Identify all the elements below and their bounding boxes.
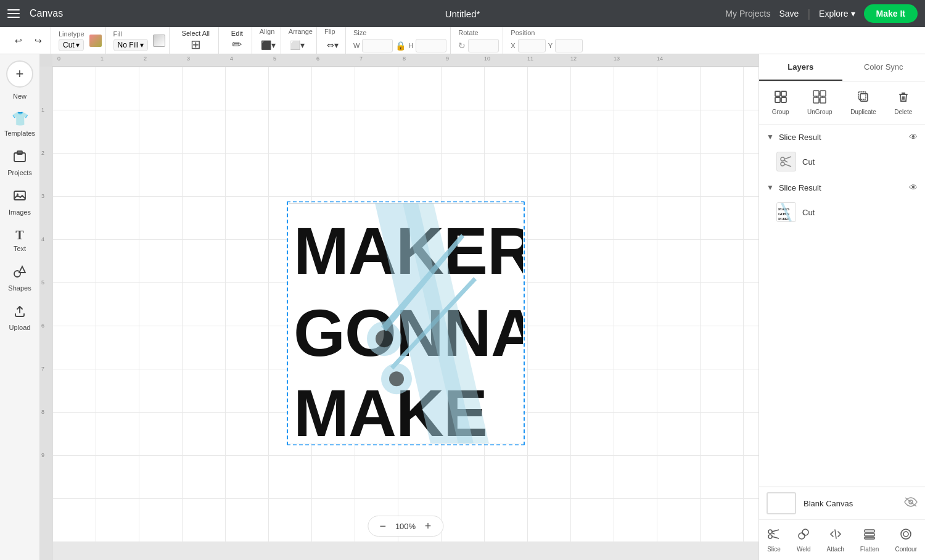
layer-item-1-name: Cut <box>802 157 815 167</box>
svg-rect-26 <box>813 97 819 103</box>
v-tick-7: 7 <box>41 366 44 372</box>
nav-right: My Projects Save | Explore ▾ Make It <box>725 4 918 23</box>
attach-tool[interactable]: Attach <box>822 525 849 555</box>
fill-dropdown[interactable]: No Fill ▾ <box>113 39 148 51</box>
canvas-grid[interactable]: MAKERS MAKERS GONNA MAKE MAKERS <box>52 67 758 541</box>
hamburger-menu[interactable] <box>7 9 20 18</box>
text-label: Text <box>14 245 26 252</box>
fill-color-swatch[interactable] <box>153 35 165 47</box>
x-input[interactable] <box>518 39 546 52</box>
svg-line-48 <box>772 530 779 532</box>
design-canvas[interactable]: MAKERS MAKERS GONNA MAKE MAKERS <box>289 203 523 443</box>
v-tick-2: 2 <box>41 150 44 156</box>
contour-icon <box>899 527 913 544</box>
h-tick-10: 10 <box>484 56 490 62</box>
attach-icon <box>829 527 842 544</box>
rotate-input[interactable] <box>468 39 499 52</box>
h-tick-6: 6 <box>316 56 319 62</box>
svg-rect-55 <box>865 533 874 536</box>
doc-title[interactable]: Untitled* <box>445 9 480 19</box>
svg-point-51 <box>799 533 805 539</box>
tab-layers[interactable]: Layers <box>759 54 842 81</box>
sidebar-item-upload[interactable]: Upload <box>1 299 38 336</box>
sidebar-item-templates[interactable]: 👕 Templates <box>1 106 38 142</box>
h-tick-8: 8 <box>403 56 406 62</box>
save-button[interactable]: Save <box>779 9 799 19</box>
fill-label: Fill <box>113 30 122 38</box>
weld-tool[interactable]: Weld <box>792 525 816 555</box>
upload-label: Upload <box>9 324 31 331</box>
duplicate-button[interactable]: Duplicate <box>844 86 882 119</box>
zoom-out-button[interactable]: − <box>376 519 390 533</box>
layer-item-2[interactable]: MAKS GONN MAKE Cut <box>759 197 925 227</box>
v-tick-3: 3 <box>41 193 44 199</box>
redo-button[interactable]: ↪ <box>30 32 47 49</box>
h-tick-9: 9 <box>446 56 449 62</box>
height-input[interactable] <box>416 39 446 52</box>
layer-item-2-name: Cut <box>802 208 815 217</box>
h-tick-14: 14 <box>657 56 663 62</box>
shapes-label: Shapes <box>8 284 31 292</box>
svg-point-52 <box>802 529 808 535</box>
canvas-inner: MAKERS MAKERS GONNA MAKE MAKERS <box>52 67 758 541</box>
edit-button[interactable]: Edit ✏ <box>226 30 248 52</box>
make-it-button[interactable]: Make It <box>864 4 918 23</box>
layer-item-1[interactable]: Cut <box>759 147 925 176</box>
right-panel: Layers Color Sync Group UnGroup <box>758 54 925 560</box>
flatten-tool[interactable]: Flatten <box>855 525 884 555</box>
lock-icon[interactable]: 🔒 <box>395 41 406 51</box>
vertical-ruler: 1 2 3 4 5 6 7 8 9 <box>40 67 52 560</box>
tab-color-sync[interactable]: Color Sync <box>842 54 926 81</box>
svg-point-19 <box>389 371 404 386</box>
images-icon <box>13 189 27 206</box>
h-tick-12: 12 <box>570 56 577 62</box>
contour-tool[interactable]: Contour <box>890 525 922 555</box>
panel-toolbar: Group UnGroup Duplicate Delete <box>759 81 925 125</box>
svg-rect-32 <box>860 94 868 101</box>
svg-line-38 <box>784 160 787 162</box>
hide-canvas-icon[interactable] <box>904 496 918 511</box>
svg-point-46 <box>768 530 772 533</box>
layer-group-1-header[interactable]: ▼ Slice Result 👁 <box>759 127 925 147</box>
flip-dropdown[interactable]: ⇔▾ <box>324 36 342 54</box>
select-all-button[interactable]: Select All ⊞ <box>177 30 215 52</box>
canvas-wrapper[interactable]: 0 1 2 3 4 5 6 7 8 9 10 11 12 13 14 1 2 3… <box>40 54 758 560</box>
slice-icon <box>767 527 781 544</box>
bottom-panel: Blank Canvas <box>759 487 925 560</box>
sidebar-item-images[interactable]: Images <box>1 184 38 221</box>
svg-point-35 <box>781 162 784 166</box>
sidebar-item-shapes[interactable]: Shapes <box>1 260 38 297</box>
width-input[interactable] <box>362 39 393 52</box>
y-label: Y <box>548 42 553 49</box>
linetype-color-swatch[interactable] <box>89 35 102 47</box>
layer-visibility-1[interactable]: 👁 <box>909 132 918 142</box>
contour-label: Contour <box>895 546 917 553</box>
app-title: Canvas <box>30 8 63 19</box>
h-tick-5: 5 <box>273 56 276 62</box>
undo-button[interactable]: ↩ <box>10 32 27 49</box>
slice-tool[interactable]: Slice <box>762 525 786 555</box>
y-input[interactable] <box>555 39 583 52</box>
linetype-label: Linetype <box>59 30 84 38</box>
layer-group-2-header[interactable]: ▼ Slice Result 👁 <box>759 178 925 197</box>
align-group: Align ⬛▾ <box>256 27 281 54</box>
layer-1-thumb <box>776 152 796 171</box>
rotate-label: Rotate <box>458 29 499 36</box>
h-tick-13: 13 <box>614 56 620 62</box>
templates-icon: 👕 <box>12 111 28 127</box>
group-button[interactable]: Group <box>766 86 796 119</box>
align-dropdown[interactable]: ⬛▾ <box>260 36 277 54</box>
ungroup-button[interactable]: UnGroup <box>801 86 839 119</box>
sidebar-item-text[interactable]: T Text <box>1 223 38 257</box>
delete-button[interactable]: Delete <box>888 86 918 119</box>
linetype-dropdown[interactable]: Cut ▾ <box>59 39 84 51</box>
layer-visibility-2[interactable]: 👁 <box>909 183 918 192</box>
my-projects-link[interactable]: My Projects <box>725 9 770 19</box>
zoom-in-button[interactable]: + <box>421 519 435 533</box>
new-button[interactable]: + <box>6 60 33 88</box>
sidebar-item-projects[interactable]: Projects <box>1 144 38 181</box>
explore-button[interactable]: Explore ▾ <box>819 9 855 19</box>
select-all-icon: ⊞ <box>191 37 201 52</box>
arrange-dropdown[interactable]: ⬜▾ <box>289 36 306 54</box>
svg-rect-2 <box>14 191 25 200</box>
